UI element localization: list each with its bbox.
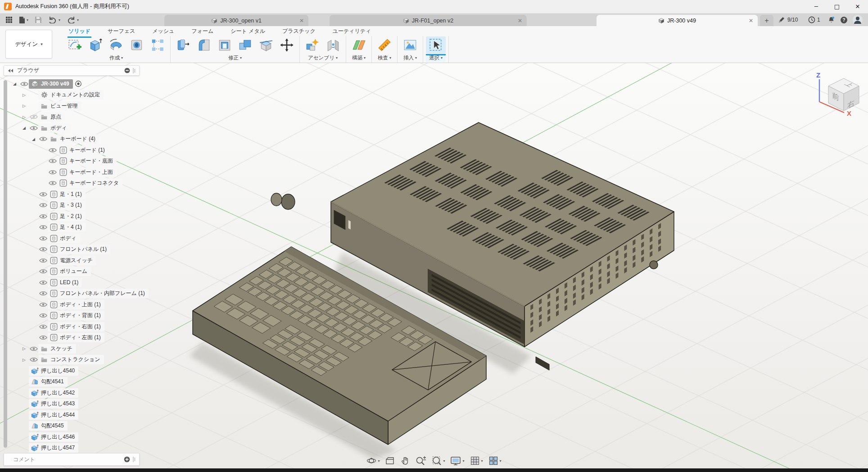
redo-icon[interactable]: ▾ xyxy=(67,16,79,23)
app-grid-menu-icon[interactable] xyxy=(5,16,13,23)
tree-item[interactable]: ▷ ビュー管理 xyxy=(9,100,140,112)
visibility-eye-icon[interactable] xyxy=(38,136,48,142)
tree-item[interactable]: ▷ コンストラクション xyxy=(9,354,140,366)
tree-item[interactable]: 足・3 (1) xyxy=(9,200,140,211)
insert-canvas-icon[interactable] xyxy=(400,36,420,54)
combine-icon[interactable] xyxy=(235,36,255,54)
doc-tab-3-active[interactable]: JR-300 v49 ✕ xyxy=(597,15,758,26)
tree-item[interactable]: ▷ スケッチ xyxy=(9,343,140,354)
tab-surface[interactable]: サーフェス xyxy=(107,26,136,36)
zoom-icon[interactable] xyxy=(414,455,428,467)
tree-item[interactable]: キーボード・上面 xyxy=(9,167,140,178)
tree-item[interactable]: ◢ ボディ xyxy=(9,123,140,134)
minimize-button[interactable]: ─ xyxy=(806,0,827,14)
new-tab-button[interactable]: + xyxy=(760,15,773,26)
tree-item[interactable]: 勾配4541 xyxy=(9,377,140,388)
visibility-eye-icon[interactable] xyxy=(29,346,38,352)
visibility-eye-icon[interactable] xyxy=(48,169,57,175)
tree-item[interactable]: 勾配4545 xyxy=(9,421,140,432)
visibility-eye-icon[interactable] xyxy=(38,335,48,340)
tab-mesh[interactable]: メッシュ xyxy=(151,26,175,36)
tree-item[interactable]: 押し出し4543 xyxy=(9,399,140,410)
group-label-assemble[interactable]: アセンブリ▾ xyxy=(303,54,343,62)
visibility-eye-icon[interactable] xyxy=(38,213,48,219)
tree-item[interactable]: ボディ・背面 (1) xyxy=(9,310,140,322)
timeline-strip[interactable] xyxy=(0,468,868,472)
group-label-inspect[interactable]: 検査▾ xyxy=(375,54,394,62)
orbit-icon[interactable]: ▾ xyxy=(365,455,381,467)
visibility-eye-icon[interactable] xyxy=(38,290,48,296)
tree-item[interactable]: ◢ JR-300 v49 xyxy=(9,78,140,90)
construction-plane-icon[interactable] xyxy=(349,36,369,54)
visibility-eye-icon[interactable] xyxy=(48,180,57,186)
tab-close-icon[interactable]: ✕ xyxy=(518,18,522,24)
visibility-eye-icon[interactable] xyxy=(38,324,48,330)
create-sketch-icon[interactable] xyxy=(65,36,85,54)
visibility-eye-icon[interactable] xyxy=(19,81,29,87)
tree-item[interactable]: キーボードコネクタ xyxy=(9,178,140,189)
select-tool-icon[interactable] xyxy=(426,36,446,54)
tree-item[interactable]: 押し出し4540 xyxy=(9,365,140,377)
visibility-eye-icon[interactable] xyxy=(38,202,48,208)
visibility-eye-icon[interactable] xyxy=(38,224,48,230)
tree-item[interactable]: 足・1 (1) xyxy=(9,189,140,200)
tree-item[interactable]: ボディ・上面 (1) xyxy=(9,299,140,310)
tree-item[interactable]: 電源スイッチ xyxy=(9,255,140,266)
file-menu-icon[interactable]: ▾ xyxy=(19,16,28,24)
save-icon[interactable] xyxy=(35,16,42,23)
viewports-icon[interactable]: ▾ xyxy=(487,455,503,467)
tree-item[interactable]: 押し出し4544 xyxy=(9,409,140,421)
visibility-eye-icon[interactable] xyxy=(29,114,38,120)
tree-item[interactable]: キーボード (1) xyxy=(9,145,140,156)
visibility-eye-icon[interactable] xyxy=(48,147,57,153)
extrude-icon[interactable] xyxy=(86,36,105,54)
recent-activity[interactable]: 1 xyxy=(808,14,820,26)
fillet-icon[interactable] xyxy=(194,36,214,54)
group-label-construct[interactable]: 構築▾ xyxy=(349,54,369,62)
job-status[interactable]: 9/10 xyxy=(778,14,798,26)
split-body-icon[interactable] xyxy=(256,36,276,54)
maximize-button[interactable]: □ xyxy=(827,0,847,14)
tab-sheetmetal[interactable]: シート メタル xyxy=(230,26,266,36)
workspace-selector[interactable]: デザイン▾ xyxy=(5,30,52,59)
group-label-create[interactable]: 作成▾ xyxy=(65,54,167,62)
move-copy-icon[interactable] xyxy=(277,36,297,54)
tree-scrollbar[interactable] xyxy=(4,80,7,448)
visibility-eye-icon[interactable] xyxy=(38,313,48,318)
tree-item[interactable]: キーボード・底面 xyxy=(9,156,140,167)
visibility-eye-icon[interactable] xyxy=(38,236,48,241)
visibility-eye-icon[interactable] xyxy=(38,302,48,308)
visibility-eye-icon[interactable] xyxy=(38,246,48,252)
pattern-icon[interactable] xyxy=(148,36,167,54)
tree-item[interactable]: 足・2 (1) xyxy=(9,211,140,222)
hole-icon[interactable] xyxy=(127,36,147,54)
display-settings-icon[interactable]: ▾ xyxy=(449,455,466,467)
tree-item[interactable]: 足・4 (1) xyxy=(9,222,140,233)
browser-header[interactable]: ブラウザ xyxy=(4,65,140,76)
fit-view-icon[interactable]: ▾ xyxy=(430,455,446,467)
tab-solid[interactable]: ソリッド xyxy=(68,26,91,36)
tab-form[interactable]: フォーム xyxy=(190,26,214,36)
look-at-icon[interactable] xyxy=(384,455,396,467)
tree-item[interactable]: フロントパネル (1) xyxy=(9,244,140,255)
notifications-bell[interactable] xyxy=(827,14,835,26)
tree-item[interactable]: 押し出し4546 xyxy=(9,431,140,443)
tree-item[interactable]: ボリューム xyxy=(9,266,140,277)
visibility-eye-icon[interactable] xyxy=(48,158,57,164)
visibility-eye-icon[interactable] xyxy=(38,268,48,274)
panel-resize-handle[interactable] xyxy=(133,68,136,73)
doc-tab-2[interactable]: JR-F01_open v2 ✕ xyxy=(330,15,527,26)
visibility-eye-icon[interactable] xyxy=(29,357,38,363)
activate-component-radio[interactable] xyxy=(75,80,82,87)
panel-minimize-icon[interactable] xyxy=(124,68,130,73)
tree-item[interactable]: ◢ キーボード (4) xyxy=(9,134,140,145)
tab-close-icon[interactable]: ✕ xyxy=(299,18,304,24)
group-label-insert[interactable]: 挿入▾ xyxy=(400,54,420,62)
undo-icon[interactable]: ▾ xyxy=(48,16,60,23)
close-button[interactable]: ✕ xyxy=(847,0,868,14)
tree-item[interactable]: ボディ・左面 (1) xyxy=(9,332,140,344)
shell-icon[interactable] xyxy=(215,36,235,54)
tree-item[interactable]: ボディ・右面 (1) xyxy=(9,321,140,332)
joint-icon[interactable] xyxy=(323,36,343,54)
tree-item[interactable]: 押し出し4547 xyxy=(9,443,140,454)
